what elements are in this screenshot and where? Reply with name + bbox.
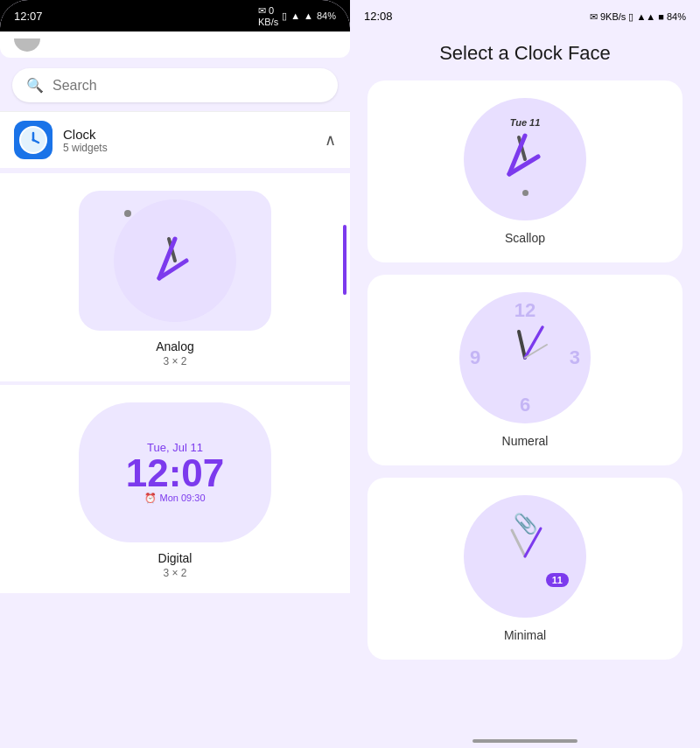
numeral-clock-face: 12 3 6 9 xyxy=(459,292,591,423)
left-panel: 12:07 ✉ 0KB/s ▯ ▲ ▲ 84% 🔍 xyxy=(0,0,350,748)
scallop-label: Scallop xyxy=(505,231,545,245)
numeral-label: Numeral xyxy=(502,434,549,448)
minimal-badge: 11 xyxy=(546,573,569,587)
analog-widget-size: 3 × 2 xyxy=(163,355,186,367)
search-bar[interactable]: 🔍 xyxy=(12,68,338,102)
right-panel: 12:08 ✉ 9KB/s ▯ ▲▲ ■ 84% Select a Clock … xyxy=(350,0,700,748)
analog-widget-item[interactable]: Analog 3 × 2 xyxy=(0,173,350,381)
left-time: 12:07 xyxy=(14,10,43,23)
digital-widget-item[interactable]: Tue, Jul 11 12:07 ⏰ Mon 09:30 Digital 3 … xyxy=(0,385,350,593)
signal-icon: ▲ xyxy=(304,10,313,21)
minimal-label: Minimal xyxy=(504,628,546,642)
page-title: Select a Clock Face xyxy=(368,31,682,80)
app-header-left: Clock 5 widgets xyxy=(14,121,108,159)
app-header[interactable]: Clock 5 widgets ∧ xyxy=(0,111,350,168)
scroll-indicator xyxy=(343,225,346,295)
right-status-bar: 12:08 ✉ 9KB/s ▯ ▲▲ ■ 84% xyxy=(350,0,700,31)
analog-widget-label: Analog xyxy=(156,339,194,353)
clock-dot xyxy=(124,210,131,217)
scallop-card[interactable]: Tue 11 Scallop xyxy=(368,80,682,262)
digital-alarm: ⏰ Mon 09:30 xyxy=(144,493,205,504)
right-status-icons: ✉ 9KB/s ▯ ▲▲ ■ 84% xyxy=(590,8,686,24)
app-info: Clock 5 widgets xyxy=(63,127,108,154)
analog-widget-preview xyxy=(79,191,271,331)
partial-circle xyxy=(14,38,40,52)
digital-time: 12:07 xyxy=(126,454,225,493)
left-status-icons-text: ✉ 0KB/s xyxy=(258,5,278,27)
wifi-icon: ▲ xyxy=(290,10,300,21)
search-icon: 🔍 xyxy=(26,77,44,94)
battery-icon: ▯ xyxy=(282,10,287,22)
scallop-clock-face: Tue 11 xyxy=(464,98,586,220)
right-status-text: ✉ 9KB/s ▯ ▲▲ ■ 84% xyxy=(590,11,686,22)
app-name: Clock xyxy=(63,127,108,142)
svg-line-15 xyxy=(525,528,541,556)
digital-widget-label: Digital xyxy=(158,551,192,565)
scallop-dot xyxy=(522,190,528,196)
minimal-clock-face: 📎 11 xyxy=(464,495,586,618)
left-status-bar: 12:07 ✉ 0KB/s ▯ ▲ ▲ 84% xyxy=(0,0,350,31)
search-input[interactable] xyxy=(52,78,324,94)
svg-line-14 xyxy=(512,530,525,556)
minimal-card[interactable]: 📎 11 Minimal xyxy=(368,478,682,660)
bottom-nav-bar xyxy=(472,739,578,743)
left-status-icons: ✉ 0KB/s ▯ ▲ ▲ 84% xyxy=(258,5,336,27)
battery-percent: 84% xyxy=(317,10,336,21)
analog-clock-face xyxy=(114,199,236,322)
chevron-up-icon[interactable]: ∧ xyxy=(325,130,336,150)
numeral-card[interactable]: 12 3 6 9 Numeral xyxy=(368,275,682,465)
svg-point-4 xyxy=(32,139,35,142)
digital-widget-preview: Tue, Jul 11 12:07 ⏰ Mon 09:30 xyxy=(79,402,271,542)
svg-line-11 xyxy=(519,332,525,358)
app-icon xyxy=(14,121,52,159)
app-widgets-count: 5 widgets xyxy=(63,142,108,154)
digital-widget-size: 3 × 2 xyxy=(163,567,186,579)
right-time: 12:08 xyxy=(364,10,393,23)
partial-scroll-item xyxy=(0,31,350,58)
right-content: Select a Clock Face Tue 11 Scallop 12 3 … xyxy=(350,31,700,731)
